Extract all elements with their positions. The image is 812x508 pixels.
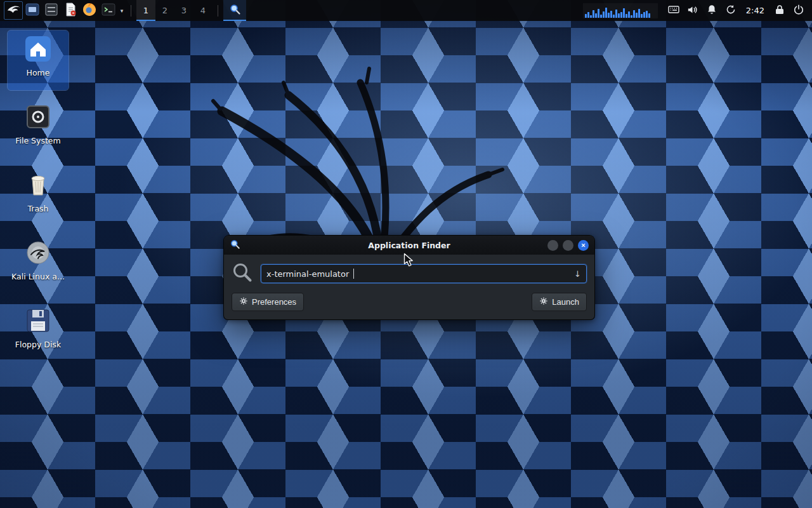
- text-caret: [353, 269, 354, 279]
- trash-icon: [23, 170, 53, 199]
- titlebar[interactable]: Application Finder ×: [224, 236, 594, 255]
- keyboard-icon: [667, 3, 680, 18]
- gear-icon: [239, 297, 248, 307]
- update-icon: [725, 4, 737, 17]
- power-icon: [793, 4, 804, 17]
- clock[interactable]: 2:42: [746, 6, 764, 15]
- kali-disc-icon: [23, 238, 53, 267]
- desktop-icon-kali-linux[interactable]: Kali Linux a...: [8, 234, 69, 294]
- desktop-icon-label: Home: [27, 68, 50, 77]
- desktop-icon-label: Kali Linux a...: [11, 272, 65, 281]
- close-button[interactable]: ×: [578, 240, 589, 251]
- volume-button[interactable]: [683, 1, 702, 20]
- application-finder-window: Application Finder × x-terminal-emulator…: [223, 235, 595, 320]
- files-app-icon: [25, 2, 40, 19]
- text-editor-icon: [63, 2, 78, 19]
- window-magnifier-icon: [230, 239, 240, 252]
- update-indicator[interactable]: [721, 1, 740, 20]
- files-app-launcher[interactable]: [23, 1, 42, 20]
- panel-right-cluster: 2:42: [583, 0, 808, 21]
- drive-icon: [23, 102, 53, 131]
- kali-menu-button[interactable]: [4, 1, 23, 20]
- window-controls: ×: [547, 240, 589, 251]
- lock-screen-button[interactable]: [770, 1, 789, 20]
- kali-logo-icon: [6, 3, 21, 19]
- firefox-icon: [82, 2, 97, 19]
- dropdown-arrow-icon[interactable]: ↓: [574, 269, 581, 279]
- desktop-icon-file-system[interactable]: File System: [8, 98, 69, 158]
- close-icon: ×: [581, 242, 585, 249]
- taskbar-application-finder[interactable]: [223, 0, 246, 21]
- launcher-menu-chevron-icon[interactable]: ▾: [118, 1, 126, 20]
- workspace-switcher: 1 2 3 4: [136, 0, 213, 21]
- workspace-4[interactable]: 4: [193, 0, 213, 21]
- panel-separator: [218, 5, 218, 17]
- desktop-icon-home[interactable]: Home: [8, 30, 69, 90]
- window-title: Application Finder: [224, 241, 594, 250]
- minimize-button[interactable]: [547, 240, 558, 251]
- workspace-1[interactable]: 1: [136, 0, 155, 21]
- application-finder-icon: [229, 3, 241, 17]
- preferences-button[interactable]: Preferences: [232, 293, 304, 311]
- desktop-icon-column: Home File System Trash Kali Linux a... F…: [8, 30, 69, 362]
- desktop-icon-label: Trash: [27, 204, 48, 213]
- panel-separator: [131, 5, 131, 17]
- search-entry[interactable]: x-terminal-emulator ↓: [261, 264, 587, 283]
- firefox-launcher[interactable]: [80, 1, 99, 20]
- terminal-launcher[interactable]: [99, 1, 118, 20]
- search-query-text: x-terminal-emulator: [266, 269, 349, 279]
- desktop-icon-trash[interactable]: Trash: [8, 166, 69, 226]
- window-body: x-terminal-emulator ↓ Preferences Launch: [224, 255, 594, 319]
- search-magnifier-icon: [232, 262, 253, 286]
- file-manager-icon: [44, 2, 59, 19]
- panel-left-cluster: ▾ 1 2 3 4: [4, 0, 246, 21]
- volume-icon: [686, 4, 698, 18]
- desktop-icon-label: Floppy Disk: [15, 340, 61, 349]
- terminal-icon: [101, 2, 116, 19]
- notifications-bell-icon: [706, 4, 717, 17]
- keyboard-indicator[interactable]: [664, 1, 683, 20]
- desktop-icon-label: File System: [15, 136, 61, 145]
- desktop-icon-floppy-disk[interactable]: Floppy Disk: [8, 302, 69, 362]
- workspace-3[interactable]: 3: [174, 0, 193, 21]
- floppy-icon: [23, 306, 53, 335]
- maximize-button[interactable]: [563, 240, 573, 251]
- launch-button[interactable]: Launch: [532, 293, 587, 311]
- preferences-label: Preferences: [252, 297, 296, 307]
- text-editor-launcher[interactable]: [61, 1, 80, 20]
- logout-button[interactable]: [789, 1, 808, 20]
- lock-icon: [775, 4, 785, 17]
- system-monitor-graph[interactable]: [583, 3, 658, 18]
- top-panel: ▾ 1 2 3 4: [0, 0, 812, 21]
- notifications-button[interactable]: [702, 1, 721, 20]
- home-icon: [23, 34, 53, 64]
- launch-label: Launch: [552, 297, 579, 307]
- launch-gear-icon: [539, 297, 548, 307]
- workspace-2[interactable]: 2: [155, 0, 174, 21]
- file-manager-launcher[interactable]: [42, 1, 61, 20]
